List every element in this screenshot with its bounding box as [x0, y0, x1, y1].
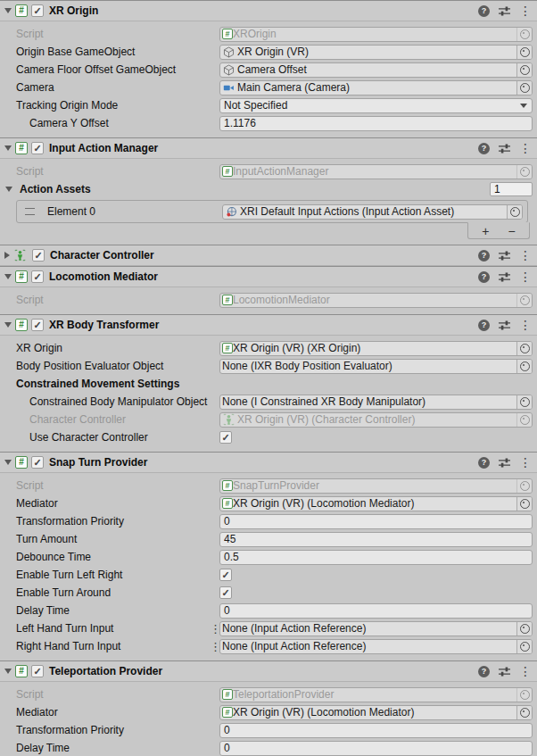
- presets-icon[interactable]: [498, 250, 511, 262]
- presets-icon[interactable]: [498, 271, 511, 283]
- object-picker-icon[interactable]: [516, 395, 532, 409]
- kebab-menu-icon[interactable]: ⋮: [519, 271, 532, 283]
- help-icon[interactable]: ?: [478, 5, 490, 17]
- presets-icon[interactable]: [498, 143, 511, 154]
- input-action-menu-icon[interactable]: ⋮: [210, 641, 221, 652]
- object-field-body-position-evaluator-object[interactable]: None (IXR Body Position Evaluator): [219, 359, 533, 374]
- foldout-triangle-icon[interactable]: [4, 8, 12, 13]
- component-header-xr-body-transformer[interactable]: # ✓ XR Body Transformer ? ⋮: [0, 315, 537, 336]
- presets-icon[interactable]: [498, 457, 511, 469]
- object-field-element-0[interactable]: XRI Default Input Actions (Input Action …: [222, 204, 523, 220]
- text-field-camera-y-offset[interactable]: 1.1176: [219, 116, 533, 131]
- property-row: Right Hand Turn Input⋮None (Input Action…: [0, 637, 537, 655]
- component-enabled-checkbox[interactable]: ✓: [31, 4, 44, 17]
- object-field-origin-base-gameobject[interactable]: XR Origin (VR): [219, 45, 533, 60]
- presets-icon[interactable]: [498, 666, 511, 677]
- foldout-triangle-icon[interactable]: [4, 274, 12, 279]
- remove-element-button[interactable]: −: [503, 225, 521, 237]
- text-field-debounce-time[interactable]: 0.5: [219, 550, 533, 565]
- component-enabled-checkbox[interactable]: ✓: [31, 319, 44, 331]
- object-picker-icon[interactable]: [516, 640, 532, 653]
- input-action-menu-icon[interactable]: ⋮: [210, 623, 221, 635]
- component-enabled-checkbox[interactable]: ✓: [31, 142, 44, 154]
- object-picker-icon[interactable]: [516, 294, 532, 307]
- help-icon[interactable]: ?: [478, 271, 490, 283]
- array-size-field[interactable]: 1: [490, 182, 533, 196]
- object-picker-icon[interactable]: [516, 497, 532, 511]
- kebab-menu-icon[interactable]: ⋮: [519, 320, 532, 331]
- object-picker-icon[interactable]: [516, 46, 532, 59]
- kebab-menu-icon[interactable]: ⋮: [519, 457, 532, 469]
- component-header-xr-origin[interactable]: # ✓ XR Origin ? ⋮: [0, 1, 537, 21]
- kebab-menu-icon[interactable]: ⋮: [519, 5, 532, 17]
- object-picker-icon[interactable]: [516, 706, 532, 719]
- checkbox-enable-turn-left-right[interactable]: ✓: [219, 569, 232, 581]
- object-field-script[interactable]: #TeleportationProvider: [219, 687, 533, 702]
- property-row: Transformation Priority0: [0, 721, 537, 739]
- object-field-script[interactable]: #InputActionManager: [219, 164, 533, 179]
- text-field-transformation-priority[interactable]: 0: [219, 514, 533, 529]
- object-picker-icon[interactable]: [507, 205, 522, 219]
- object-field-mediator[interactable]: #XR Origin (VR) (Locomotion Mediator): [219, 705, 533, 720]
- object-picker-icon[interactable]: [516, 479, 532, 493]
- check-icon: ✓: [33, 458, 41, 468]
- object-picker-icon[interactable]: [516, 165, 532, 179]
- object-field-left-hand-turn-input[interactable]: None (Input Action Reference): [219, 621, 533, 636]
- object-field-xr-origin[interactable]: #XR Origin (VR) (XR Origin): [219, 341, 533, 356]
- help-icon[interactable]: ?: [478, 250, 490, 262]
- text-field-delay-time[interactable]: 0: [219, 741, 533, 756]
- object-picker-icon[interactable]: [516, 413, 532, 427]
- component-header-input-action-manager[interactable]: # ✓ Input Action Manager ? ⋮: [0, 138, 537, 159]
- foldout-triangle-icon[interactable]: [4, 252, 10, 259]
- object-picker-icon[interactable]: [516, 63, 532, 77]
- foldout-triangle-icon[interactable]: [4, 460, 12, 465]
- component-header-teleportation-provider[interactable]: # ✓ Teleportation Provider ? ⋮: [0, 661, 537, 682]
- component-header-character-controller[interactable]: ✓ Character Controller ? ⋮: [0, 245, 537, 266]
- object-field-character-controller[interactable]: XR Origin (VR) (Character Controller): [219, 412, 533, 428]
- component-enabled-checkbox[interactable]: ✓: [32, 249, 45, 262]
- text-field-turn-amount[interactable]: 45: [219, 532, 533, 547]
- help-icon[interactable]: ?: [478, 320, 490, 331]
- object-field-value: InputActionManager: [233, 165, 516, 178]
- drag-handle-icon[interactable]: [25, 208, 35, 215]
- dropdown-tracking-origin-mode[interactable]: Not Specified: [219, 98, 533, 113]
- object-picker-icon[interactable]: [516, 28, 532, 41]
- checkbox-use-character-controller[interactable]: ✓: [219, 431, 232, 444]
- object-field-script[interactable]: #XROrigin: [219, 27, 533, 42]
- add-element-button[interactable]: +: [476, 225, 494, 237]
- object-picker-icon[interactable]: [516, 688, 532, 702]
- help-icon[interactable]: ?: [478, 457, 490, 469]
- array-foldout-action-assets[interactable]: Action Assets 1: [0, 180, 537, 198]
- object-picker-icon[interactable]: [516, 360, 532, 373]
- component-header-locomotion-mediator[interactable]: # ✓ Locomotion Mediator ? ⋮: [0, 267, 537, 287]
- object-field-constrained-body-manipulator-object[interactable]: None (I Constrained XR Body Manipulator): [219, 395, 533, 410]
- object-picker-icon[interactable]: [516, 622, 532, 636]
- component-header-snap-turn-provider[interactable]: # ✓ Snap Turn Provider ? ⋮: [0, 453, 537, 473]
- foldout-triangle-icon[interactable]: [5, 187, 12, 192]
- object-field-mediator[interactable]: #XR Origin (VR) (Locomotion Mediator): [219, 496, 533, 511]
- foldout-triangle-icon[interactable]: [4, 322, 12, 328]
- component-enabled-checkbox[interactable]: ✓: [31, 456, 44, 469]
- object-field-script[interactable]: #LocomotionMediator: [219, 293, 533, 308]
- presets-icon[interactable]: [498, 320, 511, 331]
- foldout-triangle-icon[interactable]: [4, 669, 12, 674]
- presets-icon[interactable]: [498, 5, 511, 17]
- text-field-delay-time[interactable]: 0: [219, 603, 533, 619]
- kebab-menu-icon[interactable]: ⋮: [519, 666, 532, 677]
- kebab-menu-icon[interactable]: ⋮: [519, 143, 532, 154]
- object-picker-icon[interactable]: [516, 342, 532, 355]
- object-picker-icon[interactable]: [516, 81, 532, 95]
- text-field-transformation-priority[interactable]: 0: [219, 723, 533, 738]
- help-icon[interactable]: ?: [478, 143, 490, 154]
- component-enabled-checkbox[interactable]: ✓: [31, 270, 44, 283]
- array-element-row[interactable]: Element 0 XRI Default Input Actions (Inp…: [16, 200, 528, 223]
- kebab-menu-icon[interactable]: ⋮: [519, 250, 532, 262]
- help-icon[interactable]: ?: [478, 666, 490, 677]
- component-enabled-checkbox[interactable]: ✓: [31, 665, 44, 677]
- object-field-script[interactable]: #SnapTurnProvider: [219, 478, 533, 494]
- object-field-right-hand-turn-input[interactable]: None (Input Action Reference): [219, 639, 533, 654]
- object-field-camera-floor-offset-gameobject[interactable]: Camera Offset: [219, 62, 533, 78]
- checkbox-enable-turn-around[interactable]: ✓: [219, 586, 232, 599]
- foldout-triangle-icon[interactable]: [4, 145, 12, 151]
- object-field-camera[interactable]: Main Camera (Camera): [219, 80, 533, 96]
